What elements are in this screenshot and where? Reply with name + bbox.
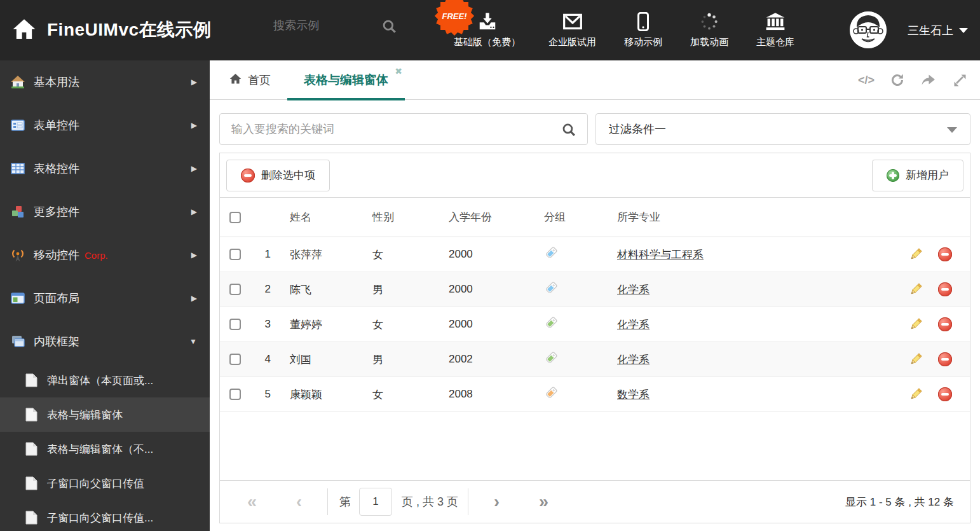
cell-name: 董婷婷 [271, 317, 353, 332]
delete-icon[interactable] [938, 282, 952, 296]
prev-page-button[interactable]: ‹ [296, 493, 302, 511]
cell-gender: 男 [353, 352, 430, 367]
nav-item-theme-repo[interactable]: 主题仓库 [756, 12, 794, 48]
sidebar-item-iframe[interactable]: 内联框架 ▼ [0, 320, 210, 363]
edit-icon[interactable] [909, 352, 923, 366]
table-icon [10, 161, 25, 176]
add-user-button[interactable]: 新增用户 [872, 160, 963, 191]
main-content: 首页 表格与编辑窗体 ✖ </> 过滤条件一 [210, 60, 980, 531]
filter-select[interactable]: 过滤条件一 [595, 113, 970, 145]
header-search-icon[interactable] [381, 18, 398, 38]
refresh-icon[interactable] [890, 72, 905, 88]
sidebar-item-basic-usage[interactable]: 基本用法 ▶ [0, 60, 210, 104]
pager-divider [327, 488, 328, 515]
nav-item-label: 基础版（免费） [454, 36, 521, 48]
cell-name: 张萍萍 [271, 247, 353, 262]
keyword-search-input[interactable] [220, 114, 587, 144]
tab-close-icon[interactable]: ✖ [395, 66, 402, 76]
submenu-item-label: 子窗口向父窗口传值... [47, 511, 153, 525]
nav-item-enterprise-trial[interactable]: 企业版试用 [548, 12, 596, 48]
column-gender: 性别 [353, 210, 430, 224]
page-suffix: 页 , 共 3 页 [402, 494, 458, 509]
submenu-item-grid-edit-window-2[interactable]: 表格与编辑窗体（不... [0, 432, 210, 466]
chevron-down-icon [959, 28, 968, 33]
edit-icon[interactable] [909, 282, 923, 296]
row-checkbox[interactable] [229, 249, 241, 260]
app-header: FineUIMvc在线示例 基础版（免费） 企业版试用 移动示例 [0, 0, 980, 60]
nav-item-loading-animation[interactable]: 加载动画 [690, 12, 728, 48]
pager-divider [468, 488, 468, 515]
column-name: 姓名 [271, 210, 353, 224]
major-link[interactable]: 化学系 [617, 319, 650, 331]
file-icon [25, 408, 37, 422]
row-number: 3 [252, 318, 271, 331]
filter-select-value: 过滤条件一 [609, 121, 666, 137]
edit-icon[interactable] [909, 247, 923, 261]
sidebar-item-grid-controls[interactable]: 表格控件 ▶ [0, 147, 210, 190]
last-page-button[interactable]: » [539, 493, 548, 511]
submenu-item-child-to-parent-2[interactable]: 子窗口向父窗口传值... [0, 500, 210, 531]
table-row[interactable]: 5 康颖颖 女 2008 数学系 [220, 377, 970, 412]
submenu-item-popup-window[interactable]: 弹出窗体（本页面或... [0, 363, 210, 397]
username-label: 三生石上 [908, 23, 953, 38]
share-icon[interactable] [920, 72, 937, 88]
sidebar-item-label: 页面布局 [34, 291, 79, 306]
header-search-input[interactable] [273, 19, 369, 32]
table-row[interactable]: 3 董婷婷 女 2000 化学系 [220, 307, 970, 342]
submenu-item-child-to-parent[interactable]: 子窗口向父窗口传值 [0, 466, 210, 500]
nav-item-label: 企业版试用 [548, 36, 596, 48]
tab-home[interactable]: 首页 [229, 60, 271, 100]
row-number: 1 [252, 248, 271, 261]
sidebar-item-page-layout[interactable]: 页面布局 ▶ [0, 277, 210, 320]
table-row[interactable]: 1 张萍萍 女 2000 材料科学与工程系 [220, 237, 970, 272]
avatar[interactable] [850, 11, 887, 48]
app-title: FineUIMvc在线示例 [47, 18, 212, 42]
search-icon[interactable] [561, 122, 577, 141]
delete-icon[interactable] [938, 247, 952, 261]
sidebar-item-more-controls[interactable]: 更多控件 ▶ [0, 190, 210, 233]
delete-selected-label: 删除选中项 [261, 168, 315, 183]
submenu-item-grid-edit-window[interactable]: 表格与编辑窗体 [0, 397, 210, 432]
cell-year: 2008 [430, 388, 525, 401]
row-checkbox[interactable] [229, 354, 241, 365]
delete-selected-button[interactable]: 删除选中项 [226, 160, 330, 191]
sidebar-item-label: 基本用法 [34, 74, 79, 90]
delete-icon[interactable] [938, 317, 952, 331]
chevron-right-icon: ▶ [191, 164, 197, 173]
submenu-item-label: 表格与编辑窗体（不... [47, 442, 153, 457]
header-nav: 基础版（免费） 企业版试用 移动示例 加载动画 [454, 0, 794, 60]
cell-year: 2002 [430, 353, 525, 366]
nav-item-mobile-demo[interactable]: 移动示例 [624, 12, 662, 48]
expand-icon[interactable] [952, 72, 967, 88]
row-checkbox[interactable] [229, 284, 241, 295]
source-code-icon[interactable]: </> [858, 74, 875, 87]
table-row[interactable]: 2 陈飞 男 2000 化学系 [220, 272, 970, 307]
sidebar-item-label: 内联框架 [34, 334, 79, 349]
tab-grid-edit-window[interactable]: 表格与编辑窗体 ✖ [287, 60, 405, 100]
table-row[interactable]: 4 刘国 男 2002 化学系 [220, 342, 970, 377]
edit-icon[interactable] [909, 317, 923, 331]
file-icon [25, 442, 37, 456]
row-checkbox[interactable] [229, 389, 241, 400]
chevron-right-icon: ▶ [191, 78, 197, 86]
delete-icon[interactable] [938, 352, 952, 366]
major-link[interactable]: 材料科学与工程系 [617, 249, 704, 261]
edit-icon[interactable] [909, 387, 923, 401]
sidebar-item-mobile-controls[interactable]: 移动控件 Corp. ▶ [0, 233, 210, 277]
user-menu[interactable]: 三生石上 [908, 23, 968, 38]
sidebar-item-form-controls[interactable]: 表单控件 ▶ [0, 104, 210, 147]
delete-icon[interactable] [938, 387, 952, 401]
app-logo-home-icon[interactable] [11, 17, 37, 45]
next-page-button[interactable]: › [494, 493, 500, 511]
row-checkbox[interactable] [229, 319, 241, 330]
page-input[interactable] [359, 488, 392, 516]
cell-name: 陈飞 [271, 282, 353, 297]
select-all-checkbox[interactable] [229, 212, 241, 223]
major-link[interactable]: 化学系 [617, 354, 650, 366]
tag-icon [544, 246, 558, 260]
keyword-search-box [219, 113, 588, 145]
major-link[interactable]: 化学系 [617, 284, 650, 296]
major-link[interactable]: 数学系 [617, 389, 650, 401]
first-page-button[interactable]: « [247, 493, 257, 511]
cell-group [525, 351, 598, 368]
